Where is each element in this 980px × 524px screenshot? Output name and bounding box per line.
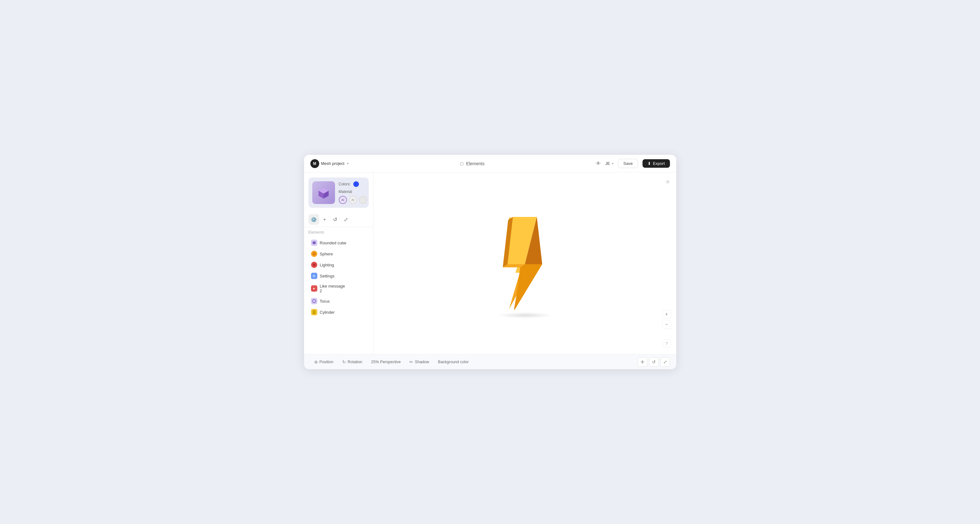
crop-icon-button[interactable]: ⤢ bbox=[660, 357, 670, 367]
list-item[interactable]: Cylinder 👁 ⧉ ✕ bbox=[307, 307, 371, 318]
elements-section: Elements Rounded cube 👁 ⧉ ✕ bbox=[304, 227, 373, 354]
refresh-icon-button[interactable]: ↺ bbox=[649, 357, 659, 367]
lightning-bolt-container bbox=[490, 214, 560, 312]
element-name-rounded-cube: Rounded cube bbox=[320, 241, 348, 245]
list-item[interactable]: Sphere 👁 ⧉ ✕ bbox=[307, 248, 371, 259]
add-tool-button[interactable]: ＋ bbox=[319, 214, 330, 225]
duplicate-icon[interactable]: ⧉ bbox=[356, 273, 361, 279]
duplicate-icon[interactable]: ⧉ bbox=[356, 309, 361, 315]
element-icon-rounded-cube bbox=[311, 240, 317, 246]
visibility-icon[interactable]: 👁 bbox=[350, 286, 355, 291]
perspective-tool[interactable]: 25% Perspective bbox=[368, 358, 405, 366]
colors-row: Colors: bbox=[339, 181, 367, 187]
logo-area[interactable]: M Mesh project ▾ bbox=[310, 159, 348, 168]
elements-section-title: Elements bbox=[304, 230, 373, 237]
lightning-shadow bbox=[496, 312, 553, 318]
shadow-label: Shadow bbox=[415, 360, 429, 364]
visibility-icon[interactable]: 👁 bbox=[350, 251, 355, 257]
visibility-icon[interactable]: 👁 bbox=[350, 298, 355, 304]
rotation-tool[interactable]: ↻ Rotation bbox=[339, 357, 366, 366]
element-toolbar: ⚙️ ＋ ↺ ⤢ bbox=[304, 212, 373, 227]
settings-tool-button[interactable]: ⚙️ bbox=[309, 214, 319, 225]
material-options: Ai Ai bbox=[339, 196, 367, 204]
material-option-1[interactable]: Ai bbox=[339, 196, 347, 204]
project-name: Mesh project bbox=[321, 161, 344, 166]
material-option-2[interactable]: Ai bbox=[349, 196, 357, 204]
crop-tool-button[interactable]: ⤢ bbox=[340, 214, 352, 225]
user-badge[interactable]: JE ▾ bbox=[605, 161, 614, 166]
lightning-bolt-svg bbox=[490, 214, 560, 312]
element-icon-cylinder bbox=[311, 309, 317, 315]
duplicate-icon[interactable]: ⧉ bbox=[356, 262, 361, 268]
download-icon: ⬇ bbox=[648, 161, 651, 166]
bottom-right-tools: ✛ ↺ ⤢ bbox=[638, 357, 670, 367]
preview-icon[interactable]: 👁 bbox=[596, 161, 601, 167]
visibility-icon[interactable]: 👁 bbox=[350, 309, 355, 315]
left-panel: Colors: Material Ai Ai ⚙️ ＋ ↺ ⤢ bbox=[304, 173, 374, 354]
element-icon-lighting bbox=[311, 262, 317, 268]
svg-point-5 bbox=[313, 313, 316, 314]
element-name-torus: Torus bbox=[320, 299, 348, 303]
help-button[interactable]: ? bbox=[662, 339, 671, 348]
element-icon-torus bbox=[311, 298, 317, 304]
element-icon-settings: ⚙ bbox=[311, 273, 317, 279]
element-icon-like-message: ♥ bbox=[311, 285, 317, 292]
bg-color-tool[interactable]: Background color bbox=[434, 358, 473, 366]
duplicate-icon[interactable]: ⧉ bbox=[356, 286, 361, 291]
zoom-controls: + − bbox=[662, 310, 671, 329]
delete-icon[interactable]: ✕ bbox=[362, 286, 366, 291]
element-name-sphere: Sphere bbox=[320, 252, 348, 256]
zoom-in-button[interactable]: + bbox=[662, 310, 671, 319]
visibility-icon[interactable]: 👁 bbox=[350, 273, 355, 279]
svg-point-2 bbox=[313, 300, 316, 303]
colors-label: Colors: bbox=[339, 182, 351, 186]
element-icon-sphere bbox=[311, 251, 317, 257]
user-initials: JE bbox=[605, 161, 610, 166]
list-item[interactable]: Rounded cube 👁 ⧉ ✕ bbox=[307, 237, 371, 248]
position-tool[interactable]: ⊕ Position bbox=[310, 357, 337, 366]
color-swatch[interactable] bbox=[353, 181, 359, 187]
duplicate-icon[interactable]: ⧉ bbox=[356, 240, 361, 246]
visibility-icon[interactable]: 👁 bbox=[350, 262, 355, 268]
main-area: Colors: Material Ai Ai ⚙️ ＋ ↺ ⤢ bbox=[304, 173, 676, 354]
shadow-tool[interactable]: ✏ Shadow bbox=[406, 357, 433, 366]
position-label: Position bbox=[320, 360, 333, 364]
shadow-icon: ✏ bbox=[409, 359, 413, 364]
delete-icon[interactable]: ✕ bbox=[362, 240, 366, 246]
material-label: Material bbox=[339, 189, 367, 194]
duplicate-icon[interactable]: ⧉ bbox=[356, 251, 361, 257]
export-button[interactable]: ⬇ Export bbox=[643, 159, 670, 168]
rotation-icon: ↻ bbox=[342, 359, 346, 364]
chevron-down-icon: ▾ bbox=[347, 162, 348, 165]
delete-icon[interactable]: ✕ bbox=[362, 309, 366, 315]
element-name-cylinder: Cylinder bbox=[320, 310, 348, 314]
list-item[interactable]: Torus 👁 ⧉ ✕ bbox=[307, 296, 371, 306]
canvas-area[interactable]: ☀ bbox=[374, 173, 676, 354]
bg-color-label: Background color bbox=[438, 360, 469, 364]
delete-icon[interactable]: ✕ bbox=[362, 251, 366, 257]
header: M Mesh project ▾ ⬡ Elements 👁 JE ▾ Save … bbox=[304, 155, 676, 173]
duplicate-icon[interactable]: ⧉ bbox=[356, 298, 361, 304]
move-icon-button[interactable]: ✛ bbox=[638, 357, 647, 367]
position-icon: ⊕ bbox=[314, 359, 318, 364]
save-button[interactable]: Save bbox=[618, 159, 638, 168]
zoom-out-button[interactable]: − bbox=[662, 320, 671, 329]
list-item[interactable]: ♥ Like message 2 👁 ⧉ ✕ bbox=[307, 281, 371, 295]
preview-meta: Colors: Material Ai Ai bbox=[339, 181, 367, 204]
user-chevron-icon: ▾ bbox=[612, 162, 614, 165]
header-right: 👁 JE ▾ Save ⬇ Export bbox=[596, 159, 670, 168]
list-item[interactable]: Lighting 👁 ⧉ ✕ bbox=[307, 259, 371, 270]
delete-icon[interactable]: ✕ bbox=[362, 298, 366, 304]
material-option-3[interactable] bbox=[359, 196, 367, 204]
bottom-toolbar: ⊕ Position ↻ Rotation 25% Perspective ✏ … bbox=[304, 354, 676, 369]
element-name-settings: Settings bbox=[320, 274, 348, 278]
reset-tool-button[interactable]: ↺ bbox=[330, 214, 340, 225]
rotation-label: Rotation bbox=[348, 360, 363, 364]
delete-icon[interactable]: ✕ bbox=[362, 273, 366, 279]
svg-point-1 bbox=[313, 263, 316, 267]
visibility-icon[interactable]: 👁 bbox=[350, 240, 355, 246]
list-item[interactable]: ⚙ Settings 👁 ⧉ ✕ bbox=[307, 270, 371, 281]
sun-icon[interactable]: ☀ bbox=[665, 178, 671, 186]
perspective-label: 25% Perspective bbox=[371, 360, 401, 364]
delete-icon[interactable]: ✕ bbox=[362, 262, 366, 268]
